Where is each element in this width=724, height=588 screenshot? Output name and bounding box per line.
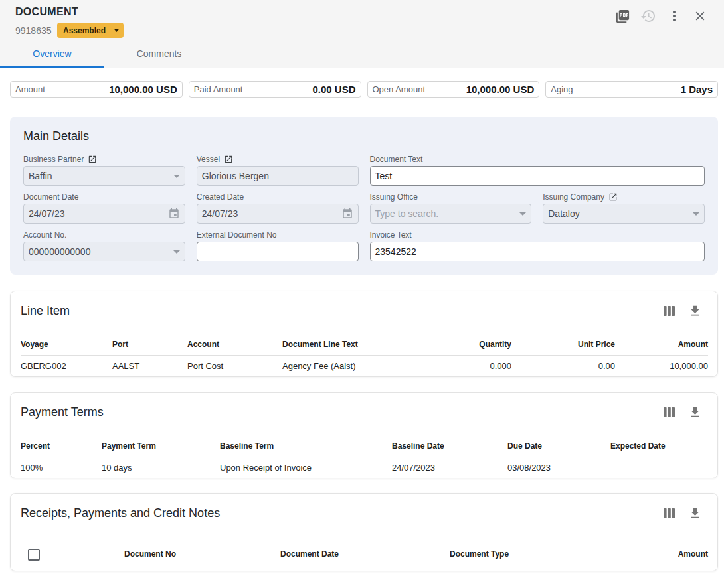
more-vert-icon[interactable] xyxy=(666,8,682,24)
main-details-heading: Main Details xyxy=(23,130,705,143)
tab-overview[interactable]: Overview xyxy=(0,39,104,68)
download-icon[interactable] xyxy=(687,404,703,420)
line-item-section: Line Item Voyage Port Account xyxy=(10,291,718,377)
main-details-panel: Main Details Business Partner Baffin xyxy=(10,117,718,275)
dialog-header: DOCUMENT 9918635 Assembled Overview Comm… xyxy=(0,0,724,68)
open-in-new-icon[interactable] xyxy=(608,192,618,202)
cell-amount: 10,000.00 xyxy=(615,355,708,376)
cell-expected-date xyxy=(610,457,708,478)
col-header-baseline-date: Baseline Date xyxy=(392,436,507,457)
col-header-document-type: Document Type xyxy=(450,537,612,571)
dropdown-arrow-icon xyxy=(693,212,699,216)
issuing-office-select: Type to search. xyxy=(370,204,532,224)
col-header-quantity: Quantity xyxy=(408,334,511,355)
col-header-document-line-text: Document Line Text xyxy=(282,334,408,355)
payment-terms-title: Payment Terms xyxy=(21,405,104,419)
cell-document-line-text: Agency Fee (Aalst) xyxy=(282,355,408,376)
receipts-table: Document No Document Date Document Type … xyxy=(21,537,708,571)
field-label: Document Text xyxy=(370,154,705,164)
field-label: Document Date xyxy=(23,192,185,202)
cell-unit-price: 0.00 xyxy=(511,355,615,376)
document-date-input: 24/07/23 xyxy=(23,204,185,224)
summary-value: 0.00 USD xyxy=(312,84,355,95)
view-columns-icon[interactable] xyxy=(662,303,678,319)
view-columns-icon[interactable] xyxy=(662,404,678,420)
summary-label: Amount xyxy=(15,84,45,94)
external-document-no-input[interactable] xyxy=(197,242,359,261)
cell-voyage: GBERG002 xyxy=(21,355,112,376)
download-icon[interactable] xyxy=(687,505,703,521)
table-header-row: Document No Document Date Document Type … xyxy=(21,537,708,571)
col-header-document-date: Document Date xyxy=(280,537,450,571)
dropdown-arrow-icon xyxy=(519,212,526,216)
field-business-partner: Business Partner Baffin xyxy=(23,154,185,186)
field-label: Account No. xyxy=(23,230,185,240)
col-header-voyage: Voyage xyxy=(21,334,112,355)
status-badge[interactable]: Assembled xyxy=(57,23,124,38)
field-external-document-no: External Document No xyxy=(197,230,359,261)
line-item-title: Line Item xyxy=(21,304,70,317)
payment-terms-table: Percent Payment Term Baseline Term Basel… xyxy=(21,436,708,478)
col-header-baseline-term: Baseline Term xyxy=(220,436,392,457)
col-header-port: Port xyxy=(112,334,187,355)
content: Amount 10,000.00 USD Paid Amount 0.00 US… xyxy=(0,68,724,571)
download-icon[interactable] xyxy=(687,303,703,319)
field-invoice-text: Invoice Text 23542522 xyxy=(370,230,705,261)
summary-value: 1 Days xyxy=(681,84,713,95)
calendar-icon xyxy=(341,208,353,220)
receipts-section: Receipts, Payments and Credit Notes Docu… xyxy=(10,493,718,571)
field-issuing-office: Issuing Office Type to search. xyxy=(370,192,532,224)
summary-value: 10,000.00 USD xyxy=(466,84,535,95)
col-header-expected-date: Expected Date xyxy=(610,436,708,457)
cell-account: Port Cost xyxy=(187,355,282,376)
field-account-no: Account No. 000000000000 xyxy=(23,230,185,261)
field-document-text: Document Text Test xyxy=(370,154,705,186)
tab-bar: Overview Comments xyxy=(0,39,724,68)
invoice-text-input[interactable]: 23542522 xyxy=(370,242,705,261)
page-title: DOCUMENT xyxy=(15,6,78,18)
table-row[interactable]: GBERG002 AALST Port Cost Agency Fee (Aal… xyxy=(21,355,708,376)
line-item-table: Voyage Port Account Document Line Text Q… xyxy=(21,334,708,376)
view-columns-icon[interactable] xyxy=(662,505,678,521)
account-no-select: 000000000000 xyxy=(23,242,185,261)
close-icon[interactable] xyxy=(692,8,708,24)
field-label: Vessel xyxy=(197,154,359,164)
business-partner-select: Baffin xyxy=(23,166,185,186)
summary-card-open-amount: Open Amount 10,000.00 USD xyxy=(367,81,540,98)
select-all-checkbox[interactable] xyxy=(28,549,40,561)
field-document-date: Document Date 24/07/23 xyxy=(23,192,185,224)
cell-baseline-term: Upon Receipt of Invoice xyxy=(220,457,392,478)
field-label: Business Partner xyxy=(23,154,185,164)
field-issuing-company: Issuing Company Dataloy xyxy=(543,192,705,224)
summary-row: Amount 10,000.00 USD Paid Amount 0.00 US… xyxy=(10,81,718,98)
pdf-icon[interactable] xyxy=(614,8,630,24)
col-header-amount: Amount xyxy=(615,334,708,355)
field-label: Issuing Office xyxy=(370,192,532,202)
tab-comments[interactable]: Comments xyxy=(104,39,214,68)
table-row[interactable]: 100% 10 days Upon Receipt of Invoice 24/… xyxy=(21,457,708,478)
summary-card-amount: Amount 10,000.00 USD xyxy=(10,81,183,98)
history-icon[interactable] xyxy=(640,8,656,24)
open-in-new-icon[interactable] xyxy=(224,155,233,164)
summary-card-paid-amount: Paid Amount 0.00 USD xyxy=(189,81,361,98)
field-label: External Document No xyxy=(197,230,359,240)
open-in-new-icon[interactable] xyxy=(88,155,97,164)
status-badge-label: Assembled xyxy=(63,26,106,35)
dropdown-arrow-icon xyxy=(173,250,180,254)
summary-label: Open Amount xyxy=(373,84,426,94)
field-label: Invoice Text xyxy=(370,230,705,240)
summary-label: Paid Amount xyxy=(194,84,243,94)
col-header-amount: Amount xyxy=(612,537,708,571)
col-header-due-date: Due Date xyxy=(507,436,610,457)
cell-percent: 100% xyxy=(21,457,102,478)
receipts-title: Receipts, Payments and Credit Notes xyxy=(21,506,220,520)
cell-payment-term: 10 days xyxy=(102,457,220,478)
table-header-row: Voyage Port Account Document Line Text Q… xyxy=(21,334,708,355)
vessel-input: Glorious Bergen xyxy=(197,166,359,186)
summary-card-aging: Aging 1 Days xyxy=(545,81,718,98)
document-text-input[interactable]: Test xyxy=(370,166,705,186)
field-created-date: Created Date 24/07/23 xyxy=(197,192,359,224)
header-actions xyxy=(614,8,708,24)
col-header-account: Account xyxy=(187,334,282,355)
chevron-down-icon xyxy=(114,29,120,32)
